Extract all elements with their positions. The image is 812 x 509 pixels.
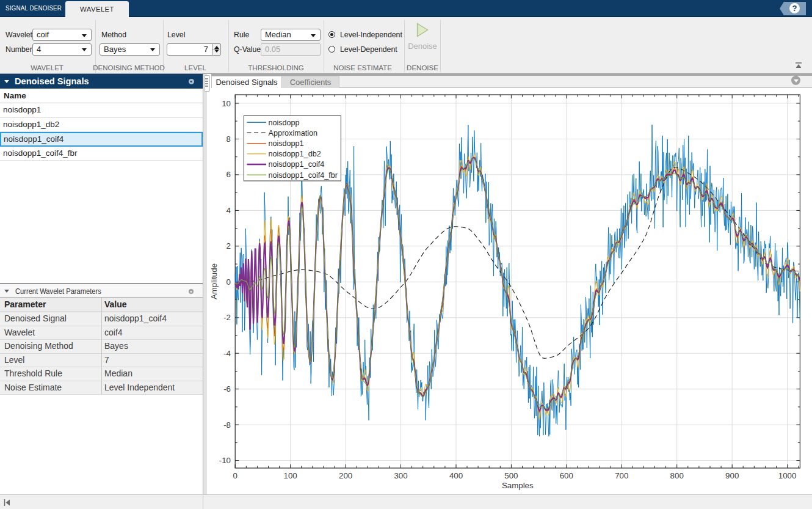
svg-text:2: 2 bbox=[227, 241, 231, 251]
svg-text:6: 6 bbox=[227, 170, 231, 179]
svg-text:0: 0 bbox=[227, 277, 231, 287]
svg-text:noisdopp1_coif4_fbr: noisdopp1_coif4_fbr bbox=[269, 171, 338, 180]
svg-text:-10: -10 bbox=[219, 456, 231, 465]
svg-text:700: 700 bbox=[615, 471, 628, 480]
svg-text:noisdopp1_coif4: noisdopp1_coif4 bbox=[269, 160, 325, 169]
svg-text:1000: 1000 bbox=[778, 471, 797, 480]
svg-text:4: 4 bbox=[227, 206, 231, 215]
svg-text:400: 400 bbox=[449, 471, 463, 480]
svg-text:10: 10 bbox=[222, 99, 231, 108]
svg-text:-4: -4 bbox=[223, 349, 231, 358]
svg-text:Amplitude: Amplitude bbox=[211, 263, 219, 299]
svg-text:500: 500 bbox=[504, 471, 518, 480]
svg-text:noisdopp1_db2: noisdopp1_db2 bbox=[269, 150, 321, 158]
svg-text:200: 200 bbox=[339, 471, 352, 480]
svg-text:800: 800 bbox=[670, 471, 684, 480]
svg-text:noisdopp1: noisdopp1 bbox=[269, 139, 304, 148]
svg-text:600: 600 bbox=[560, 471, 573, 480]
svg-text:-6: -6 bbox=[223, 384, 231, 394]
svg-text:100: 100 bbox=[284, 471, 297, 480]
svg-text:-2: -2 bbox=[223, 313, 231, 322]
svg-text:Samples: Samples bbox=[502, 481, 534, 490]
svg-text:Approximation: Approximation bbox=[269, 129, 318, 137]
svg-text:300: 300 bbox=[394, 471, 407, 480]
svg-text:8: 8 bbox=[227, 134, 231, 144]
svg-text:-8: -8 bbox=[223, 420, 231, 430]
svg-text:900: 900 bbox=[725, 471, 739, 480]
svg-text:noisdopp: noisdopp bbox=[269, 119, 300, 127]
svg-text:0: 0 bbox=[233, 471, 237, 480]
